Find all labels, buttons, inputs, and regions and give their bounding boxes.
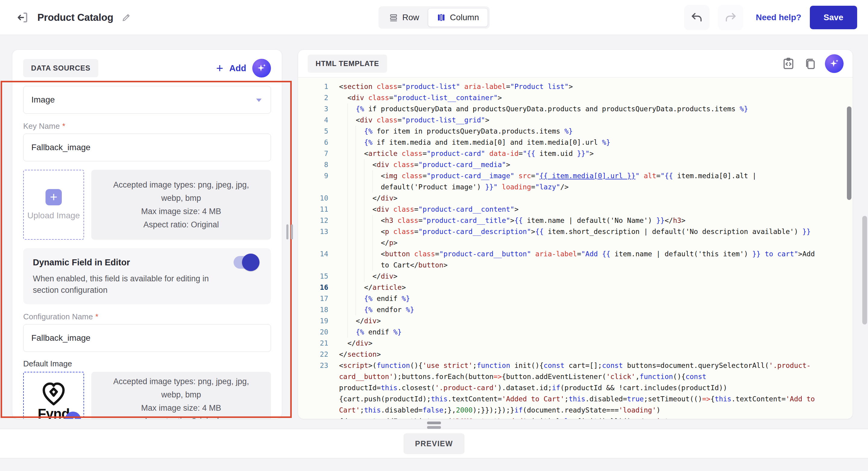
redo-button[interactable] — [718, 5, 743, 30]
page-scrollbar[interactable] — [862, 216, 867, 324]
code-line: 17{% endif %} — [298, 293, 852, 304]
plus-icon: + — [216, 62, 223, 74]
columns-icon — [437, 13, 446, 22]
code-line: 16</article> — [298, 282, 852, 293]
default-image-preview[interactable]: Fynd — [23, 372, 84, 419]
code-line: 19</div> — [298, 316, 852, 327]
dynamic-field-toggle[interactable] — [234, 256, 258, 269]
topbar: Product Catalog Row — [0, 0, 868, 35]
ai-sparkle-button[interactable] — [252, 59, 271, 78]
upload-plus-icon[interactable]: + — [45, 189, 62, 205]
code-line: 8<div class="product-card__media"> — [298, 159, 852, 170]
code-line: 3{% if productsQueryData and productsQue… — [298, 104, 852, 115]
code-line: 22</section> — [298, 349, 852, 360]
upload-info-line: Aspect ratio: Original — [104, 218, 258, 231]
code-line: 23<script>(function(){'use strict';funct… — [298, 360, 852, 419]
undo-button[interactable] — [684, 5, 710, 30]
add-data-source-button[interactable]: Add — [229, 63, 246, 73]
code-line: 14<button class="product-card__button" a… — [298, 248, 852, 271]
clipboard-code-icon — [781, 57, 795, 70]
data-sources-panel: DATA SOURCES + Add Image Key Name — [12, 50, 282, 419]
code-lines: 1<section class="product-list" aria-labe… — [298, 81, 852, 419]
key-name-input[interactable] — [23, 134, 271, 161]
data-sources-label: DATA SOURCES — [23, 59, 98, 77]
sparkle-icon — [829, 59, 839, 69]
editor-scrollbar[interactable] — [847, 107, 851, 200]
edit-title-button[interactable] — [121, 12, 131, 23]
pencil-icon — [69, 416, 77, 419]
configuration-name-label: Configuration Name — [23, 312, 93, 321]
back-icon — [16, 10, 30, 24]
default-image-label: Default Image — [23, 359, 271, 369]
chevron-down-icon — [256, 98, 261, 102]
upload-info-box: Accepted image types: png, jpeg, jpg, we… — [91, 170, 271, 240]
layout-toggle: Row Column — [378, 6, 490, 29]
toggle-knob — [242, 254, 259, 271]
sparkle-icon — [256, 63, 267, 73]
code-line: 5{% for item in productsQueryData.produc… — [298, 126, 852, 137]
code-line: 11<div class="product-card__content"> — [298, 204, 852, 215]
column-toggle-button[interactable]: Column — [428, 8, 488, 27]
paste-code-button[interactable] — [781, 57, 795, 70]
rows-icon — [389, 13, 398, 22]
dynamic-field-card: Dynamic Field in Editor When enabled, th… — [23, 248, 271, 304]
upload-image-dropzone[interactable]: + Upload Image — [23, 170, 84, 240]
upload-image-label: Upload Image — [27, 211, 80, 220]
workspace: DATA SOURCES + Add Image Key Name — [0, 35, 868, 471]
code-line: 7<article class="product-card" data-id="… — [298, 148, 852, 159]
row-toggle-label: Row — [402, 13, 419, 22]
code-line: 21</div> — [298, 338, 852, 349]
ai-sparkle-button[interactable] — [825, 54, 844, 73]
column-toggle-label: Column — [450, 13, 479, 22]
copy-code-button[interactable] — [803, 57, 817, 70]
redo-icon — [724, 11, 737, 24]
undo-icon — [690, 11, 703, 24]
default-info-line: Max image size: 4 MB — [104, 401, 258, 415]
data-source-type-value: Image — [31, 95, 55, 105]
code-line: 6{% if item.media and item.media[0] and … — [298, 137, 852, 148]
save-button[interactable]: Save — [810, 6, 857, 29]
upload-info-line: Accepted image types: png, jpeg, jpg, we… — [104, 178, 258, 205]
fynd-logo-text: Fynd — [38, 406, 70, 419]
configuration-name-input[interactable] — [23, 324, 271, 352]
upload-info-line: Max image size: 4 MB — [104, 205, 258, 218]
pencil-icon — [121, 12, 131, 23]
page-title: Product Catalog — [37, 12, 113, 23]
code-line: 15</div> — [298, 271, 852, 282]
default-info-line: Aspect ratio: Original — [104, 415, 258, 419]
code-line: 1<section class="product-list" aria-labe… — [298, 81, 852, 92]
preview-bar: PREVIEW — [0, 429, 868, 458]
need-help-link[interactable]: Need help? — [756, 13, 801, 22]
panel-resize-handle[interactable] — [286, 224, 293, 239]
key-name-label: Key Name — [23, 121, 60, 131]
code-line: 10</div> — [298, 193, 852, 204]
code-line: 18{% endfor %} — [298, 304, 852, 316]
code-line: 12<h3 class="product-card__title">{{ ite… — [298, 215, 852, 226]
preview-resize-handle[interactable] — [427, 421, 441, 429]
default-info-line: Accepted image types: png, jpeg, jpg, we… — [104, 375, 258, 401]
row-toggle-button[interactable]: Row — [380, 8, 428, 27]
required-mark: * — [62, 121, 65, 131]
code-line: 13<p class="product-card__description">{… — [298, 226, 852, 248]
fynd-logo-icon — [41, 381, 67, 407]
html-template-label: HTML TEMPLATE — [308, 55, 387, 73]
default-image-info-box: Accepted image types: png, jpeg, jpg, we… — [91, 372, 271, 419]
code-line: 4<div class="product-list__grid"> — [298, 115, 852, 126]
dynamic-field-description: When enabled, this field is available fo… — [33, 273, 220, 296]
html-template-panel: HTML TEMPLATE — [298, 50, 853, 419]
code-line: 20{% endif %} — [298, 327, 852, 338]
data-source-type-select[interactable]: Image — [23, 86, 271, 114]
required-mark: * — [95, 312, 98, 321]
back-button[interactable] — [16, 10, 30, 24]
code-line: 9<img class="product-card__image" src="{… — [298, 170, 852, 193]
code-line: 2<div class="product-list__container"> — [298, 92, 852, 104]
copy-icon — [803, 57, 817, 70]
dynamic-field-title: Dynamic Field in Editor — [33, 258, 130, 267]
preview-button[interactable]: PREVIEW — [404, 433, 464, 454]
code-editor[interactable]: 1<section class="product-list" aria-labe… — [298, 78, 852, 419]
